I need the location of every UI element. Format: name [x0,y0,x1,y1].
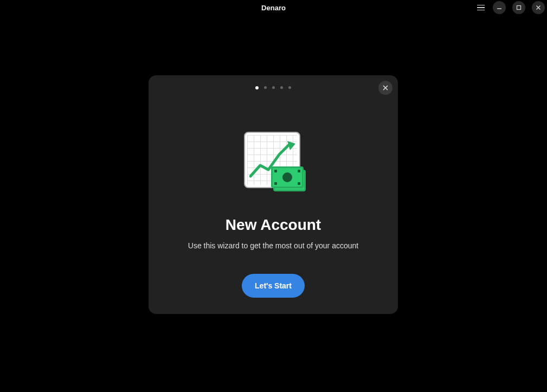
titlebar: Denaro [0,0,547,15]
close-icon [383,85,388,91]
maximize-button[interactable] [512,1,525,14]
page-dot-3[interactable] [272,86,275,89]
dialog-title: New Account [226,216,321,234]
page-dot-5[interactable] [288,86,291,89]
app-title: Denaro [261,4,286,12]
dialog-close-button[interactable] [378,81,392,95]
new-account-dialog: New Account Use this wizard to get the m… [149,75,398,314]
page-indicator [255,86,291,89]
minimize-button[interactable] [493,1,506,14]
menu-icon[interactable] [475,2,486,13]
titlebar-controls [475,1,545,14]
page-dot-1[interactable] [255,86,259,89]
minimize-icon [497,5,502,10]
close-button[interactable] [532,1,545,14]
maximize-icon [516,5,522,10]
page-dot-4[interactable] [280,86,283,89]
close-icon [536,5,541,10]
dialog-subtitle: Use this wizard to get the most out of y… [188,241,358,250]
svg-rect-1 [517,6,521,10]
page-dot-2[interactable] [264,86,267,89]
start-button[interactable]: Let's Start [242,274,305,298]
app-logo-icon [244,132,303,190]
